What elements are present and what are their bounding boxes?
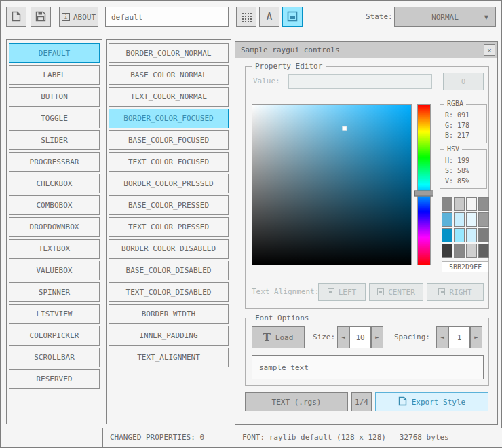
export-file-icon <box>398 396 407 408</box>
align-right-button[interactable]: RIGHT <box>427 283 484 301</box>
property-editor-group-label: Property Editor <box>252 62 326 71</box>
state-dropdown[interactable]: NORMAL ▼ <box>394 7 496 27</box>
spinner-left-icon: ◄ <box>440 335 444 340</box>
controls-list-item[interactable]: COMBOBOX <box>9 195 100 215</box>
properties-list-item[interactable]: BORDER_COLOR_DISABLED <box>109 239 229 259</box>
controls-list-item[interactable]: VALUEBOX <box>9 261 100 280</box>
properties-list-item[interactable]: TEXT_COLOR_PRESSED <box>109 217 229 237</box>
align-left-button[interactable]: LEFT <box>318 283 366 301</box>
sample-text-box[interactable]: sample text <box>252 355 484 379</box>
close-button[interactable]: × <box>484 44 495 56</box>
controls-list-item[interactable]: TEXTBOX <box>9 239 100 259</box>
font-t-icon: T <box>263 331 271 343</box>
sample-window-titlebar[interactable]: Sample raygui controls × <box>235 42 497 58</box>
hue-slider[interactable] <box>414 190 433 196</box>
toolbar: i ABOUT A State: NORMAL ▼ <box>1 1 501 33</box>
font-spacing-value[interactable]: 1 <box>448 326 470 348</box>
palette-swatch[interactable] <box>442 212 452 227</box>
icon-grid-button[interactable] <box>236 7 256 27</box>
font-spacing-label: Spacing: <box>394 326 430 348</box>
controls-list-item[interactable]: SLIDER <box>9 130 100 150</box>
rgba-g-value: G: 178 <box>440 120 486 130</box>
controls-list-item[interactable]: DEFAULT <box>9 43 100 63</box>
font-size-value[interactable]: 10 <box>349 326 371 348</box>
size-increment-button[interactable]: ► <box>371 326 383 348</box>
controls-list-item[interactable]: PROGRESSBAR <box>9 152 100 172</box>
font-options-group: Font Options T Load Size: ◄ 10 ► Spacing… <box>245 318 489 386</box>
color-cursor[interactable] <box>342 126 347 131</box>
value-button[interactable]: 0 <box>443 73 484 90</box>
font-letter-icon: A <box>266 11 272 23</box>
properties-list-item[interactable]: BORDER_COLOR_PRESSED <box>109 174 229 193</box>
align-right-label: RIGHT <box>449 288 471 297</box>
rgba-b-value: B: 217 <box>440 130 486 141</box>
controls-list-item[interactable]: CHECKBOX <box>9 174 100 193</box>
save-style-button[interactable] <box>31 7 51 27</box>
pager-button[interactable]: 1/4 <box>351 392 372 411</box>
style-name-input[interactable] <box>105 7 229 27</box>
palette-swatch[interactable] <box>442 197 452 211</box>
about-button-label: ABOUT <box>73 13 96 22</box>
properties-list-item[interactable]: BASE_COLOR_DISABLED <box>109 261 229 280</box>
font-button[interactable]: A <box>259 7 279 27</box>
load-font-button[interactable]: T Load <box>252 326 305 348</box>
style-palette <box>442 197 489 258</box>
palette-swatch[interactable] <box>454 197 465 211</box>
palette-swatch[interactable] <box>478 212 489 227</box>
properties-list-item[interactable]: TEXT_COLOR_DISABLED <box>109 282 229 302</box>
palette-swatch[interactable] <box>442 228 452 242</box>
align-center-button[interactable]: CENTER <box>369 283 423 301</box>
controls-list-item[interactable]: SPINNER <box>9 282 100 302</box>
palette-swatch[interactable] <box>478 197 489 211</box>
palette-swatch[interactable] <box>454 212 465 227</box>
chevron-down-icon: ▼ <box>484 14 488 20</box>
about-button[interactable]: i ABOUT <box>59 7 98 27</box>
property-editor-group: Property Editor Value: 0 RGBA R: 091 G: … <box>245 66 489 309</box>
value-input[interactable] <box>288 74 432 89</box>
controls-list-item[interactable]: BUTTON <box>9 87 100 107</box>
file-icon <box>11 11 22 24</box>
properties-list-item[interactable]: BASE_COLOR_FOCUSED <box>109 130 229 150</box>
hue-bar[interactable] <box>417 104 431 265</box>
size-decrement-button[interactable]: ◄ <box>337 326 349 348</box>
color-panel[interactable] <box>252 104 412 265</box>
palette-swatch[interactable] <box>466 212 477 227</box>
properties-list-item[interactable]: INNER_PADDING <box>109 326 229 346</box>
properties-list-item[interactable]: BORDER_COLOR_NORMAL <box>109 43 229 63</box>
palette-swatch[interactable] <box>442 244 452 258</box>
palette-swatch[interactable] <box>454 244 465 258</box>
font-options-group-label: Font Options <box>252 314 312 322</box>
controls-list: DEFAULT LABEL BUTTON TOGGLE SLIDER PROGR… <box>6 39 102 424</box>
status-bar: CHANGED PROPERTIES: 0 FONT: raylib defau… <box>1 428 501 447</box>
style-editor-mode-button[interactable] <box>282 7 303 27</box>
info-icon: i <box>62 13 70 21</box>
palette-swatch[interactable] <box>466 228 477 242</box>
hex-value-box[interactable]: 5BB2D9FF <box>442 261 489 272</box>
properties-list-item[interactable]: BORDER_WIDTH <box>109 304 229 324</box>
properties-list-item[interactable]: TEXT_ALIGNMENT <box>109 348 229 367</box>
export-format-button[interactable]: TEXT (.rgs) <box>245 392 348 411</box>
controls-list-item[interactable]: LISTVIEW <box>9 304 100 324</box>
properties-list-item[interactable]: BORDER_COLOR_FOCUSED <box>109 109 229 128</box>
spacing-decrement-button[interactable]: ◄ <box>436 326 448 348</box>
palette-swatch[interactable] <box>454 228 465 242</box>
properties-list-item[interactable]: TEXT_COLOR_FOCUSED <box>109 152 229 172</box>
controls-list-item[interactable]: RESERVED <box>9 369 100 389</box>
status-changed-properties: CHANGED PROPERTIES: 0 <box>102 428 235 447</box>
palette-swatch[interactable] <box>478 244 489 258</box>
palette-swatch[interactable] <box>478 228 489 242</box>
palette-swatch[interactable] <box>466 197 477 211</box>
controls-list-item[interactable]: COLORPICKER <box>9 326 100 346</box>
controls-list-item[interactable]: SCROLLBAR <box>9 348 100 367</box>
controls-list-item[interactable]: LABEL <box>9 65 100 85</box>
controls-list-item[interactable]: DROPDOWNBOX <box>9 217 100 237</box>
load-style-button[interactable] <box>6 7 26 27</box>
spacing-increment-button[interactable]: ► <box>470 326 482 348</box>
controls-list-item[interactable]: TOGGLE <box>9 109 100 128</box>
properties-list-item[interactable]: TEXT_COLOR_NORMAL <box>109 87 229 107</box>
export-style-button[interactable]: Export Style <box>375 392 488 411</box>
palette-swatch[interactable] <box>466 244 477 258</box>
properties-list-item[interactable]: BASE_COLOR_NORMAL <box>109 65 229 85</box>
properties-list-item[interactable]: BASE_COLOR_PRESSED <box>109 195 229 215</box>
align-center-icon <box>377 288 384 295</box>
